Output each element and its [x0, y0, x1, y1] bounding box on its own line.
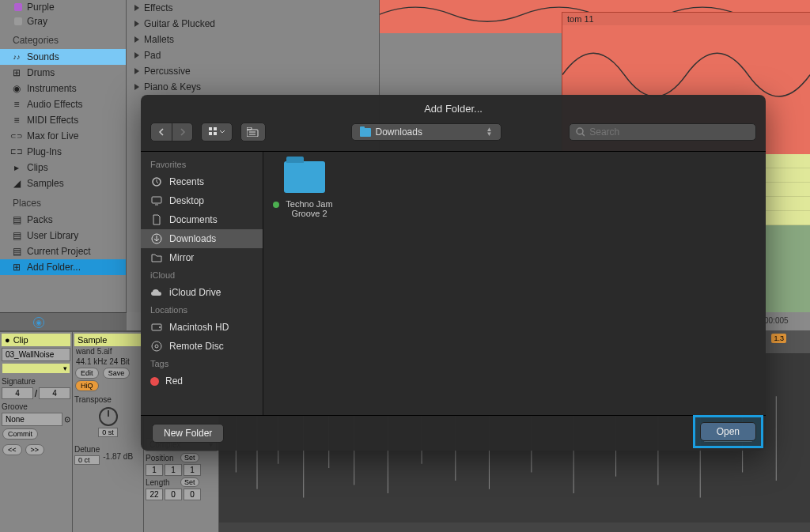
place-packs[interactable]: Packs	[0, 212, 126, 228]
length-set-button[interactable]: Set	[180, 477, 199, 487]
gain-display[interactable]: -1.87 dB	[103, 452, 133, 461]
sidebar-label: Downloads	[169, 233, 216, 244]
length-bars[interactable]: 22	[146, 489, 163, 500]
signature-label: Signature	[2, 377, 70, 386]
clip-name-field[interactable]: 03_WallNoise	[2, 348, 70, 361]
hiq-button[interactable]: HiQ	[75, 380, 99, 391]
svg-rect-21	[214, 132, 217, 135]
preview-indicator-icon[interactable]: ◉	[33, 317, 44, 328]
length-beats[interactable]: 0	[165, 489, 182, 500]
disclosure-triangle-icon	[134, 68, 139, 74]
next-button[interactable]: >>	[25, 444, 45, 455]
groove-hotswap-icon[interactable]: ⊙	[64, 415, 70, 424]
signature-denominator[interactable]: 4	[39, 387, 70, 399]
position-sixteenths[interactable]: 1	[184, 464, 201, 476]
svg-rect-20	[209, 132, 212, 135]
new-folder-button[interactable]: New Folder	[152, 424, 224, 443]
save-button[interactable]: Save	[103, 368, 131, 379]
sample-filename[interactable]: wand 5.aif	[74, 346, 142, 357]
prev-button[interactable]: <<	[2, 444, 22, 455]
folder-icon	[360, 128, 371, 137]
position-bars[interactable]: 1	[146, 464, 163, 476]
position-label: Position	[146, 454, 179, 462]
library-item[interactable]: Guitar & Plucked	[127, 16, 379, 32]
library-label: Pad	[144, 50, 161, 61]
groove-select[interactable]: None	[2, 413, 62, 426]
open-button[interactable]: Open	[700, 422, 756, 441]
svg-point-35	[155, 345, 158, 348]
user-library-icon	[11, 231, 22, 240]
folder-item[interactable]: Techno Jam Groove 2	[273, 161, 336, 218]
sidebar-tag-red[interactable]: Red	[141, 372, 263, 391]
forward-button[interactable]	[172, 123, 192, 141]
category-samples[interactable]: Samples	[0, 175, 126, 191]
category-max-for-live[interactable]: Max for Live	[0, 128, 126, 144]
length-label: Length	[146, 478, 179, 487]
add-folder-label: Add Folder...	[27, 262, 81, 273]
clip-properties-panel: ●Clip 03_WallNoise ▾ Signature 4 / 4 Gro…	[0, 332, 73, 532]
library-item[interactable]: Pad	[127, 47, 379, 63]
sounds-icon	[11, 52, 22, 62]
length-sixteenths[interactable]: 0	[184, 489, 201, 500]
back-button[interactable]	[151, 123, 172, 141]
packs-icon	[11, 215, 22, 224]
color-tag-purple[interactable]: Purple	[0, 0, 126, 14]
group-button[interactable]	[240, 123, 266, 141]
color-tag-gray[interactable]: Gray	[0, 14, 126, 28]
sidebar-item-recents[interactable]: Recents	[141, 172, 263, 191]
position-set-button[interactable]: Set	[180, 453, 199, 462]
category-plugins[interactable]: Plug-Ins	[0, 144, 126, 160]
file-label: Techno Jam Groove 2	[273, 199, 336, 218]
desktop-icon	[150, 196, 163, 206]
library-item[interactable]: Piano & Keys	[127, 79, 379, 95]
category-clips[interactable]: Clips	[0, 160, 126, 175]
location-dropdown[interactable]: Downloads ▲▼	[351, 123, 502, 141]
view-mode-button[interactable]	[201, 123, 233, 141]
file-list[interactable]: Techno Jam Groove 2	[263, 152, 766, 415]
sidebar-item-desktop[interactable]: Desktop	[141, 191, 263, 210]
detune-value[interactable]: 0 ct	[74, 455, 100, 465]
disc-icon	[150, 341, 163, 352]
transpose-knob[interactable]	[99, 407, 118, 426]
sidebar-label: iCloud Drive	[169, 287, 221, 298]
commit-button[interactable]: Commit	[2, 428, 38, 440]
library-item[interactable]: Effects	[127, 0, 379, 16]
sidebar-label: Red	[165, 375, 183, 387]
search-field[interactable]	[569, 123, 756, 141]
sidebar-item-downloads[interactable]: Downloads	[141, 229, 263, 248]
position-beats[interactable]: 1	[165, 464, 182, 476]
transpose-value[interactable]: 0 st	[98, 428, 118, 437]
category-audio-effects[interactable]: Audio Effects	[0, 96, 126, 112]
library-item[interactable]: Percussive	[127, 63, 379, 79]
category-midi-effects[interactable]: MIDI Effects	[0, 112, 126, 128]
sidebar-item-macintosh-hd[interactable]: Macintosh HD	[141, 318, 263, 337]
category-sounds[interactable]: Sounds	[0, 49, 126, 65]
edit-button[interactable]: Edit	[75, 368, 99, 379]
downloads-icon	[150, 234, 163, 244]
category-label: MIDI Effects	[27, 115, 78, 126]
sample-header: Sample	[74, 334, 142, 346]
disclosure-triangle-icon	[134, 52, 139, 58]
sidebar-item-icloud-drive[interactable]: iCloud Drive	[141, 283, 263, 302]
category-drums[interactable]: Drums	[0, 65, 126, 81]
categories-header: Categories	[0, 28, 126, 49]
library-label: Mallets	[144, 34, 174, 45]
search-input[interactable]	[589, 126, 749, 138]
category-instruments[interactable]: Instruments	[0, 81, 126, 96]
sidebar-item-documents[interactable]: Documents	[141, 210, 263, 229]
warp-marker[interactable]: 1.3	[771, 334, 786, 343]
sidebar-item-mirror[interactable]: Mirror	[141, 248, 263, 267]
add-folder-button[interactable]: Add Folder...	[0, 259, 126, 275]
library-label: Guitar & Plucked	[144, 18, 215, 29]
place-current-project[interactable]: Current Project	[0, 243, 126, 259]
midi-effects-icon	[11, 115, 22, 125]
sidebar-item-remote-disc[interactable]: Remote Disc	[141, 337, 263, 356]
clip-title: tom 11	[562, 13, 810, 25]
library-item[interactable]: Mallets	[127, 32, 379, 47]
place-user-library[interactable]: User Library	[0, 228, 126, 243]
signature-numerator[interactable]: 4	[2, 387, 33, 399]
clip-color-picker[interactable]: ▾	[2, 363, 70, 374]
category-label: Max for Live	[27, 130, 78, 141]
locations-header: Locations	[141, 302, 263, 318]
nav-buttons	[150, 123, 193, 141]
